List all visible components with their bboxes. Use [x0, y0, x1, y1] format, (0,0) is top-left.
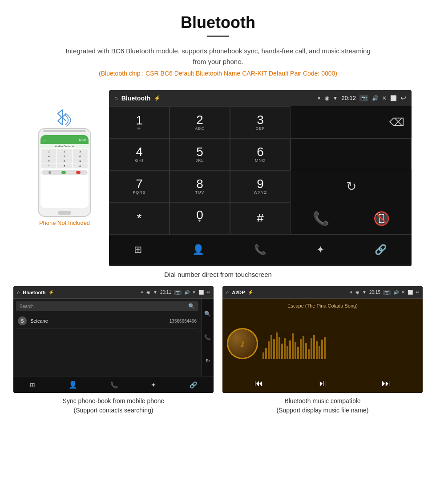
phone-mockup: ... M:20 Add to Contacts 123 456 789 *0# — [38, 128, 91, 217]
dial-key-2[interactable]: 2 ABC — [170, 106, 230, 138]
sig-icon-music: ▼ — [362, 290, 367, 295]
pb-search-side-icon[interactable]: 🔍 — [204, 311, 211, 317]
loc-icon-pb: ◉ — [146, 290, 150, 295]
location-icon: ◉ — [325, 95, 329, 101]
bt-icon-pb: ✦ — [140, 290, 144, 295]
link-icon[interactable]: 🔗 — [375, 244, 387, 256]
bluetooth-menu-icon[interactable]: ✦ — [316, 244, 324, 256]
dial-body: 1 ✉ 2 ABC 3 DEF ⌫ 4 GHI 5 JKL — [109, 106, 412, 266]
full-icon-music[interactable]: ⬜ — [408, 290, 413, 295]
prev-button[interactable]: ⏮ — [254, 378, 263, 388]
usb-icon: ⚡ — [154, 95, 161, 101]
dial-key-5[interactable]: 5 JKL — [170, 138, 230, 170]
contact-avatar: S — [18, 316, 27, 325]
time-pb: 20:11 — [160, 290, 171, 295]
signal-icon: ▼ — [333, 95, 338, 101]
dial-key-4[interactable]: 4 GHI — [109, 138, 170, 170]
home-icon-pb[interactable]: ⌂ — [17, 289, 20, 296]
pb-link-icon[interactable]: 🔗 — [190, 381, 197, 388]
pb-phone-icon[interactable]: 📞 — [110, 381, 118, 388]
music-art-area: ♪ — [227, 328, 418, 359]
time-display: 20:12 — [341, 95, 356, 101]
back-icon-pb[interactable]: ↩ — [206, 290, 210, 295]
dial-key-9[interactable]: 9 WXYZ — [230, 170, 291, 202]
description-text: Integrated with BC6 Bluetooth module, su… — [62, 46, 374, 67]
search-icon: 🔍 — [188, 303, 195, 309]
call-button[interactable]: 📞 — [291, 202, 351, 234]
pb-contacts-icon[interactable]: 👤 — [69, 380, 77, 389]
dial-screen-title: Bluetooth — [121, 95, 150, 102]
time-music: 20:15 — [369, 290, 380, 295]
phone-not-included-label: Phone Not Included — [39, 220, 90, 226]
pb-call-side-icon[interactable]: 📞 — [204, 334, 211, 340]
music-topbar: ⌂ A2DP ⚡ ✦ ◉ ▼ 20:15 📷 🔊 ✕ ⬜ ↩ — [222, 286, 423, 299]
music-title: A2DP — [232, 290, 245, 295]
usb-icon-music: ⚡ — [248, 290, 253, 295]
dial-key-0[interactable]: 0 + — [170, 202, 230, 234]
fullscreen-icon[interactable]: ⬜ — [390, 95, 397, 101]
pb-bt-icon[interactable]: ✦ — [151, 381, 156, 388]
back-icon-music[interactable]: ↩ — [416, 290, 419, 295]
volume-icon[interactable]: 🔊 — [372, 95, 379, 101]
dial-key-1[interactable]: 1 ✉ — [109, 106, 170, 138]
music-caption: Bluetooth music compatible(Support displ… — [277, 396, 369, 415]
contacts-icon[interactable]: 👤 — [192, 244, 204, 256]
music-note-icon: ♪ — [240, 337, 245, 350]
contact-number: 13566664466 — [170, 319, 197, 324]
call-log-icon[interactable]: 📞 — [254, 244, 266, 256]
home-icon-music[interactable]: ⌂ — [226, 289, 229, 296]
search-bar[interactable]: Search 🔍 — [16, 301, 198, 311]
sig-icon-pb: ▼ — [153, 290, 157, 295]
dial-screen: ⌂ Bluetooth ⚡ ✦ ◉ ▼ 20:12 📷 🔊 ✕ ⬜ ↩ 1 ✉ — [109, 90, 412, 266]
usb-icon-pb: ⚡ — [48, 290, 54, 295]
song-title: Escape (The Pina Colada Song) — [287, 303, 358, 308]
dial-key-6[interactable]: 6 MNO — [230, 138, 291, 170]
vol-icon-pb[interactable]: 🔊 — [184, 290, 190, 295]
full-icon-pb[interactable]: ⬜ — [198, 290, 204, 295]
cam-icon-pb[interactable]: 📷 — [174, 290, 182, 295]
dial-bottom-bar: ⊞ 👤 📞 ✦ 🔗 — [109, 234, 412, 264]
dial-key-7[interactable]: 7 PQRS — [109, 170, 170, 202]
contact-name: Seicane — [30, 318, 170, 324]
close-icon-pb[interactable]: ✕ — [192, 290, 196, 295]
title-underline — [207, 36, 229, 37]
phonebook-caption: Sync phone-book from mobile phone(Suppor… — [63, 396, 165, 415]
page-header: Bluetooth Integrated with BC6 Bluetooth … — [0, 0, 436, 90]
close-icon[interactable]: ✕ — [382, 95, 387, 101]
phone-side: ... M:20 Add to Contacts 123 456 789 *0# — [24, 90, 105, 226]
next-button[interactable]: ⏭ — [382, 378, 391, 388]
play-pause-button[interactable]: ⏯ — [318, 378, 327, 388]
dial-display: ⌫ — [291, 106, 412, 138]
camera-icon[interactable]: 📷 — [359, 95, 368, 101]
grid-icon[interactable]: ⊞ — [134, 244, 142, 256]
pb-grid-icon[interactable]: ⊞ — [30, 381, 35, 388]
back-icon[interactable]: ↩ — [400, 94, 406, 102]
dial-key-3[interactable]: 3 DEF — [230, 106, 291, 138]
bluetooth-status-icon: ✦ — [317, 95, 321, 101]
music-screen: ⌂ A2DP ⚡ ✦ ◉ ▼ 20:15 📷 🔊 ✕ ⬜ ↩ — [222, 286, 423, 393]
page-title: Bluetooth — [9, 13, 427, 32]
equalizer — [262, 328, 418, 359]
bottom-section: ⌂ Bluetooth ⚡ ✦ ◉ ▼ 20:11 📷 🔊 ✕ ⬜ ↩ — [0, 286, 436, 415]
dial-key-star[interactable]: * — [109, 202, 170, 234]
dial-key-8[interactable]: 8 TUV — [170, 170, 230, 202]
close-icon-music[interactable]: ✕ — [401, 290, 405, 295]
cam-icon-music[interactable]: 📷 — [383, 290, 391, 295]
music-body: Escape (The Pina Colada Song) ♪ ⏮ ⏯ ⏭ — [222, 299, 423, 393]
home-icon[interactable]: ⌂ — [114, 95, 118, 101]
vol-icon-music[interactable]: 🔊 — [393, 290, 399, 295]
phonebook-caption-text: Sync phone-book from mobile phone(Suppor… — [63, 397, 165, 414]
backspace-icon[interactable]: ⌫ — [389, 116, 404, 128]
refresh-button[interactable]: ↻ — [291, 170, 412, 202]
svg-marker-0 — [58, 110, 66, 124]
specs-text: (Bluetooth chip : CSR BC6 Default Blueto… — [9, 70, 427, 77]
contact-row[interactable]: S Seicane 13566664466 — [16, 314, 198, 328]
dial-key-hash[interactable]: # — [230, 202, 291, 234]
loc-icon-music: ◉ — [355, 290, 359, 295]
dial-topbar: ⌂ Bluetooth ⚡ ✦ ◉ ▼ 20:12 📷 🔊 ✕ ⬜ ↩ — [109, 90, 412, 106]
pb-refresh-side-icon[interactable]: ↻ — [206, 358, 210, 364]
search-placeholder: Search — [20, 304, 188, 309]
end-call-button[interactable]: 📵 — [351, 202, 412, 234]
phonebook-screen: ⌂ Bluetooth ⚡ ✦ ◉ ▼ 20:11 📷 🔊 ✕ ⬜ ↩ — [13, 286, 214, 393]
dial-caption: Dial number direct from touchscreen — [0, 271, 436, 278]
